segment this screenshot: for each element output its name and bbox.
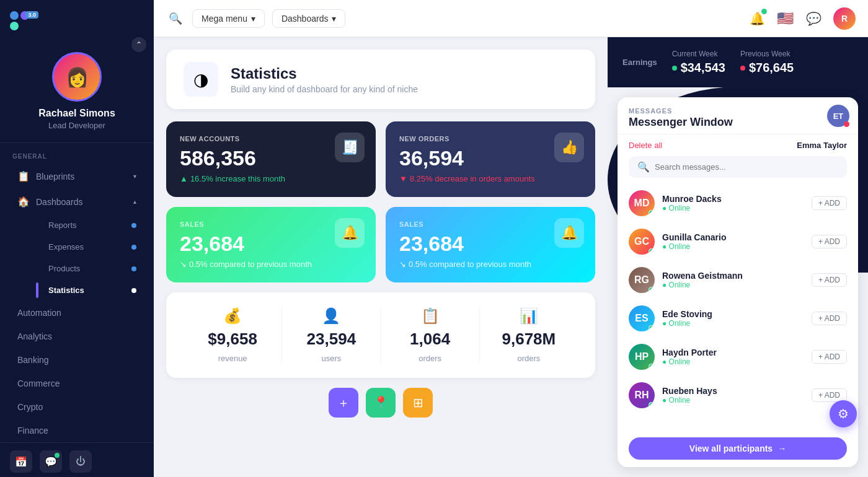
page-subtitle: Build any kind of dashboard for any kind… [231, 84, 418, 94]
revenue-label: revenue [218, 354, 247, 363]
logo: 3.0 [10, 11, 38, 40]
table-action-button[interactable]: ⊞ [403, 388, 433, 418]
user-role: Lead Developer [48, 121, 105, 130]
stat-revenue: 💰 $9,658 revenue [184, 307, 282, 363]
nav-dot-statistics [131, 288, 136, 293]
orders-m-value: 9,678M [502, 330, 556, 349]
list-item[interactable]: GC Gunilla Canario ● Online + ADD [618, 222, 858, 261]
sidebar-item-blueprints[interactable]: 📋 Blueprints ▾ [5, 164, 149, 188]
earnings-label: Earnings [622, 58, 657, 67]
arrow-up-icon: ▲ [180, 174, 188, 183]
list-item[interactable]: MD Munroe Dacks ● Online + ADD [618, 184, 858, 222]
sidebar-item-expenses[interactable]: Expenses [36, 236, 149, 258]
messenger-header: MESSAGES Messenger Window ET [618, 97, 858, 134]
add-contact-button[interactable]: + ADD [812, 350, 847, 364]
list-item[interactable]: HP Haydn Porter ● Online + ADD [618, 338, 858, 376]
calendar-button[interactable]: 📅 [10, 450, 32, 473]
view-all-participants-button[interactable]: View all participants → [629, 437, 847, 460]
search-button[interactable]: 🔍 [166, 9, 185, 28]
contact-name: Rueben Hays [662, 386, 717, 396]
sidebar-item-reports[interactable]: Reports [36, 214, 149, 236]
bottom-stats-card: 💰 $9,658 revenue 👤 23,594 users 📋 1,064 … [166, 292, 595, 378]
contact-list: MD Munroe Dacks ● Online + ADD GC Gunill… [618, 184, 858, 430]
sidebar-item-statistics[interactable]: Statistics [36, 279, 149, 301]
language-flag[interactable]: 🇺🇸 [777, 11, 794, 27]
sales-1-card-icon: 🔔 [335, 218, 365, 248]
online-dot [649, 287, 654, 292]
contact-name: Rowena Geistmann [662, 271, 743, 281]
notification-badge [761, 9, 767, 14]
topbar-right: 🔔 🇺🇸 💬 R [746, 7, 856, 30]
messages-button[interactable]: 💬 [802, 7, 825, 30]
earnings-panel: Earnings Current Week $34,543 Previous W… [608, 37, 868, 87]
messenger-active-user: Emma Taylor [797, 141, 847, 150]
dashboards-icon: 🏠 [17, 196, 30, 208]
topbar-avatar[interactable]: R [833, 7, 856, 30]
sidebar-bottom-bar: 📅 💬 ⏻ [0, 442, 154, 477]
add-contact-button[interactable]: + ADD [812, 196, 847, 210]
contact-avatar: HP [629, 344, 655, 370]
notifications-button[interactable]: 🔔 [746, 7, 768, 30]
list-item[interactable]: ES Ede Stoving ● Online + ADD [618, 299, 858, 338]
sidebar-item-label: Crypto [17, 402, 43, 412]
contact-avatar: RG [629, 267, 655, 293]
dashboards-menu-arrow: ▾ [332, 14, 336, 24]
delete-all-button[interactable]: Delete all [629, 141, 662, 150]
contact-avatar: GC [629, 229, 655, 255]
contact-name: Ede Stoving [662, 309, 712, 319]
dashboard-main: ◑ Statistics Build any kind of dashboard… [154, 37, 608, 477]
chat-online-dot [55, 453, 60, 458]
dashboards-menu-label: Dashboards [281, 14, 329, 24]
power-button[interactable]: ⏻ [69, 450, 92, 473]
current-week-label: Current Week [672, 50, 725, 58]
user-name: Rachael Simons [38, 108, 115, 119]
sidebar: 3.0 ⌃ 👩 Rachael Simons Lead Developer GE… [0, 0, 154, 477]
sidebar-item-automation[interactable]: Automation [5, 302, 149, 324]
arrow-right-icon: → [777, 444, 786, 453]
contact-name: Haydn Porter [662, 348, 717, 357]
add-contact-button[interactable]: + ADD [812, 312, 847, 325]
add-contact-button[interactable]: + ADD [812, 273, 847, 287]
messenger-panel: MESSAGES Messenger Window ET Delete all … [618, 97, 858, 467]
online-dot [649, 402, 654, 408]
dashboards-menu-button[interactable]: Dashboards ▾ [272, 9, 346, 28]
sidebar-item-label: Automation [17, 308, 61, 318]
sidebar-item-products[interactable]: Products [36, 258, 149, 279]
sidebar-item-dashboards[interactable]: 🏠 Dashboards ▴ [5, 190, 149, 214]
list-item[interactable]: RH Rueben Hays ● Online + ADD [618, 376, 858, 414]
sidebar-item-label: Commerce [17, 379, 60, 388]
add-action-button[interactable]: ＋ [329, 388, 358, 418]
sidebar-header: 3.0 [0, 0, 154, 46]
mega-menu-button[interactable]: Mega menu ▾ [192, 9, 265, 28]
sidebar-item-analytics[interactable]: Analytics [5, 325, 149, 348]
sidebar-item-label: Products [48, 264, 80, 273]
messenger-tag: MESSAGES [629, 107, 847, 115]
contact-avatar: MD [629, 190, 655, 216]
online-dot [649, 364, 654, 369]
messenger-search-input[interactable] [655, 162, 838, 172]
stat-users: 👤 23,594 users [282, 307, 381, 363]
contact-avatar: RH [629, 382, 655, 408]
action-buttons: ＋ 📍 ⊞ [166, 388, 595, 418]
sidebar-item-label: Blueprints [36, 172, 74, 182]
content-area: ◑ Statistics Build any kind of dashboard… [154, 37, 868, 477]
sidebar-item-banking[interactable]: Banking [5, 349, 149, 371]
contact-status: ● Online [662, 319, 712, 328]
dash-icon-2: ↘ [399, 260, 406, 269]
stat-change-orders: ▼ 8.25% decrease in orders amounts [399, 174, 582, 183]
settings-fab-button[interactable]: ⚙ [830, 400, 857, 427]
list-item[interactable]: RG Rowena Geistmann ● Online + ADD [618, 261, 858, 299]
messenger-user-dot [844, 121, 849, 127]
sidebar-item-label: Expenses [48, 242, 84, 252]
sidebar-collapse-button[interactable]: ⌃ [131, 37, 146, 52]
sidebar-item-finance[interactable]: Finance [5, 419, 149, 442]
sidebar-item-commerce[interactable]: Commerce [5, 372, 149, 395]
stat-orders-m: 📊 9,678M orders [480, 307, 578, 363]
location-action-button[interactable]: 📍 [366, 388, 396, 418]
orders-value: 1,064 [410, 330, 450, 349]
add-contact-button[interactable]: + ADD [812, 235, 847, 248]
chat-button[interactable]: 💬 [40, 450, 62, 473]
orders-m-icon: 📊 [520, 307, 538, 325]
chevron-up-icon: ▴ [133, 198, 136, 205]
sidebar-item-crypto[interactable]: Crypto [5, 396, 149, 418]
